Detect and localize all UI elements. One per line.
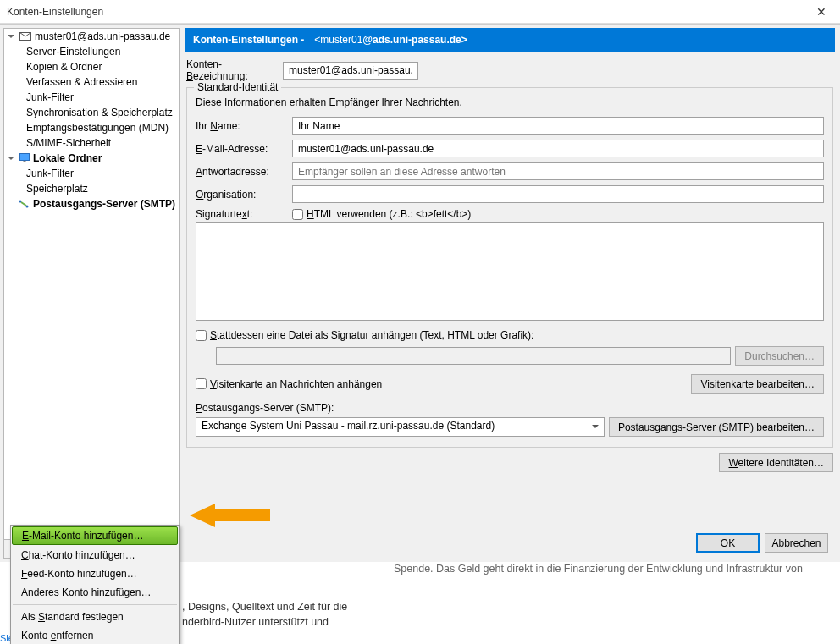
tree-item[interactable]: Speicherplatz bbox=[4, 181, 179, 196]
ok-button[interactable]: OK bbox=[696, 533, 760, 553]
pane-subtitle: <muster01@ads.uni-passau.de> bbox=[314, 34, 467, 46]
replyto-input[interactable] bbox=[292, 162, 824, 180]
email-label: E-Mail-Adresse: bbox=[196, 143, 292, 155]
html-checkbox[interactable]: HTML verwenden (z.B.: <b>fett</b>) bbox=[292, 208, 471, 220]
signature-label: Signaturtext: bbox=[196, 208, 292, 220]
twisty-icon[interactable] bbox=[9, 154, 18, 162]
tree-item[interactable]: Verfassen & Adressieren bbox=[4, 74, 179, 90]
browse-button: Durchsuchen… bbox=[735, 346, 824, 366]
menu-remove-account[interactable]: Konto entfernen bbox=[11, 626, 179, 644]
tree-smtp[interactable]: Postausgangs-Server (SMTP) bbox=[4, 196, 179, 212]
org-input[interactable] bbox=[292, 185, 824, 203]
svg-rect-1 bbox=[20, 154, 30, 161]
cancel-button[interactable]: Abbrechen bbox=[765, 533, 828, 553]
account-actions-menu: E-Mail-Konto hinzufügen… Chat-Konto hinz… bbox=[10, 525, 180, 644]
replyto-label: Antwortadresse: bbox=[196, 166, 292, 178]
tree-item[interactable]: S/MIME-Sicherheit bbox=[4, 135, 179, 151]
email-input[interactable] bbox=[292, 140, 824, 157]
attach-file-checkbox-input[interactable] bbox=[196, 330, 207, 341]
tree-item[interactable]: Junk-Filter bbox=[4, 166, 179, 181]
signature-file-input bbox=[216, 347, 731, 365]
tree-item[interactable]: Kopien & Ordner bbox=[4, 59, 179, 74]
menu-add-chat[interactable]: Chat-Konto hinzufügen… bbox=[11, 546, 179, 564]
twisty-icon[interactable] bbox=[9, 32, 18, 41]
close-button[interactable]: ✕ bbox=[802, 0, 840, 24]
titlebar: Konten-Einstellungen ✕ bbox=[0, 0, 840, 24]
attach-file-checkbox[interactable]: Stattdessen eine Datei als Signatur anhä… bbox=[196, 329, 824, 341]
pane-title: Konten-Einstellungen - bbox=[193, 34, 304, 46]
vcard-checkbox-input[interactable] bbox=[196, 378, 207, 389]
tree-item[interactable]: Empfangsbestätigungen (MDN) bbox=[4, 120, 179, 135]
menu-separator bbox=[13, 604, 177, 605]
annotation-arrow-icon bbox=[190, 502, 274, 529]
background-text: , Designs, Quelltext und Zeit für die bbox=[182, 601, 347, 613]
menu-add-feed[interactable]: Feed-Konto hinzufügen… bbox=[11, 564, 179, 583]
menu-add-email[interactable]: E-Mail-Konto hinzufügen… bbox=[12, 526, 178, 545]
pane-header: Konten-Einstellungen - <muster01@ads.uni… bbox=[185, 28, 835, 52]
account-name-input[interactable] bbox=[283, 62, 418, 80]
background-text: nderbird-Nutzer unterstützt und bbox=[182, 616, 329, 628]
more-identities-button[interactable]: Weitere Identitäten… bbox=[719, 453, 833, 472]
svg-rect-2 bbox=[24, 161, 26, 162]
fieldset-legend: Standard-Identität bbox=[194, 81, 281, 93]
menu-add-other[interactable]: Anderes Konto hinzufügen… bbox=[11, 583, 179, 602]
smtp-icon bbox=[18, 199, 30, 209]
name-input[interactable] bbox=[292, 117, 824, 135]
menu-set-default[interactable]: Als Standard festlegen bbox=[11, 608, 179, 626]
tree-item[interactable]: Synchronisation & Speicherplatz bbox=[4, 105, 179, 120]
dialog: muster01@ads.uni-passau.de Server-Einste… bbox=[0, 24, 840, 562]
smtp-label: Postausgangs-Server (SMTP): bbox=[196, 402, 824, 414]
background-text: Spende. Das Geld geht direkt in die Fina… bbox=[394, 563, 803, 575]
signature-textarea[interactable] bbox=[196, 222, 824, 321]
html-checkbox-input[interactable] bbox=[292, 209, 303, 220]
org-label: Organisation: bbox=[196, 189, 292, 201]
name-label: Ihr Name: bbox=[196, 120, 292, 132]
mail-icon bbox=[19, 31, 31, 41]
settings-pane: Konten-Einstellungen - <muster01@ads.uni… bbox=[183, 25, 840, 562]
smtp-edit-button[interactable]: Postausgangs-Server (SMTP) bearbeiten… bbox=[609, 417, 824, 437]
tree-item[interactable]: Server-Einstellungen bbox=[4, 44, 179, 59]
window-title: Konten-Einstellungen bbox=[7, 6, 802, 18]
monitor-icon bbox=[19, 153, 30, 163]
tree-account-root[interactable]: muster01@ads.uni-passau.de bbox=[4, 29, 179, 44]
vcard-checkbox[interactable]: Visitenkarte an Nachrichten anhängen bbox=[196, 378, 687, 390]
identity-fieldset: Standard-Identität Diese Informationen e… bbox=[186, 87, 833, 448]
smtp-select[interactable]: Exchange System Uni Passau - mail.rz.uni… bbox=[196, 417, 605, 437]
account-tree: muster01@ads.uni-passau.de Server-Einste… bbox=[3, 28, 180, 559]
account-label: muster01@ads.uni-passau.de bbox=[35, 30, 170, 42]
dialog-footer: OK Abbrechen bbox=[696, 533, 828, 553]
tree-local-folders[interactable]: Lokale Ordner bbox=[4, 151, 179, 166]
account-name-label: Konten-Bezeichnung: bbox=[186, 58, 283, 82]
svg-marker-5 bbox=[190, 504, 270, 527]
vcard-edit-button[interactable]: Visitenkarte bearbeiten… bbox=[691, 374, 824, 394]
fieldset-desc: Diese Informationen erhalten Empfänger I… bbox=[196, 96, 824, 108]
tree-item[interactable]: Junk-Filter bbox=[4, 90, 179, 105]
